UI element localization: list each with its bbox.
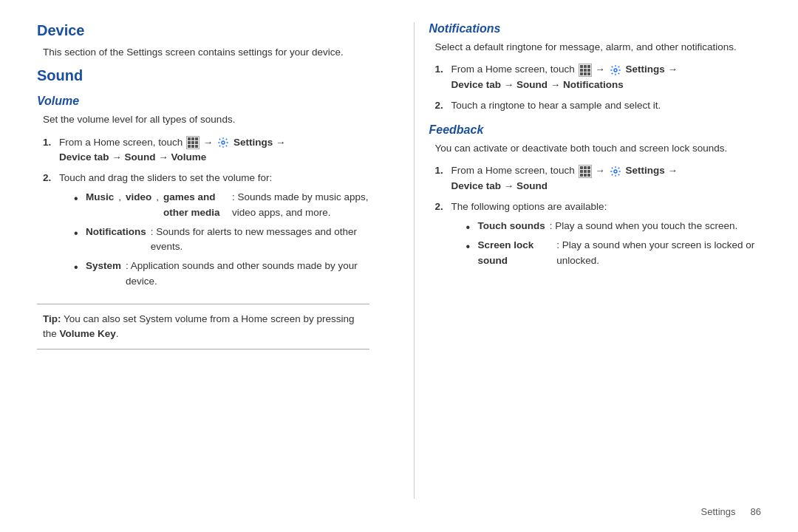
volume-desc: Set the volume level for all types of so… [37,112,369,127]
svg-point-1 [614,69,617,72]
volume-step1-post: Settings → [233,137,286,148]
two-columns: Device This section of the Settings scre… [37,22,761,499]
settings-icon-1 [216,136,230,149]
apps-icon-3 [579,165,592,178]
bullet-screen-lock: Screen lock sound: Play a sound when you… [466,238,762,268]
device-desc: This section of the Settings screen cont… [37,45,369,60]
volume-steps: 1. From a Home screen, touch → [37,135,369,293]
bullet-notifications: Notifications: Sounds for alerts to new … [74,225,369,255]
settings-icon-2 [609,64,622,77]
sound-title: Sound [37,67,369,84]
notifications-steps: 1. From a Home screen, touch → [429,62,762,113]
svg-point-0 [222,141,225,144]
volume-step1-bold: Device tab → Sound → Volume [59,151,206,163]
notifications-title: Notifications [429,22,762,35]
apps-icon [186,136,200,149]
arrow1: → [203,137,216,148]
feedback-step1-bold: Device tab → Sound [451,180,548,191]
bullet-system: System: Application sounds and other sou… [74,259,369,289]
bullet-touch-sounds: Touch sounds: Play a sound when you touc… [466,219,762,233]
feedback-desc: You can activate or deactivate both touc… [429,141,762,156]
notifications-desc: Select a default ringtone for message, a… [429,40,762,55]
feedback-step-1: 1. From a Home screen, touch → [435,163,762,194]
footer-page-number: 86 [751,506,761,517]
volume-step-2: 2. Touch and drag the sliders to set the… [43,171,369,293]
feedback-steps: 1. From a Home screen, touch → [429,163,762,273]
notif-step1-bold: Device tab → Sound → Notifications [451,79,624,90]
left-column: Device This section of the Settings scre… [37,22,384,499]
feedback-step-2: 2. The following options are available: … [435,200,762,273]
right-column: Notifications Select a default ringtone … [414,22,762,499]
apps-icon-2 [579,64,592,77]
feedback-step2-text: The following options are available: [451,201,607,212]
settings-icon-3 [609,165,622,178]
tip-box: Tip: You can also set System volume from… [37,304,369,350]
tip-end: . [116,328,119,339]
volume-step-1: 1. From a Home screen, touch → [43,135,369,166]
tip-bold2: Volume Key [60,328,116,339]
feedback-step1-pre: From a Home screen, touch [451,165,575,176]
bullet-music: Music, video, games and other media: Sou… [74,190,369,220]
notif-step-1: 1. From a Home screen, touch → [435,62,762,92]
footer-settings-label: Settings [701,506,736,517]
notif-step-2: 2. Touch a ringtone to hear a sample and… [435,98,762,113]
feedback-bullet-list: Touch sounds: Play a sound when you touc… [451,219,762,268]
notif-step1-pre: From a Home screen, touch [451,64,575,75]
volume-title: Volume [37,95,369,108]
footer: Settings 86 [37,499,761,517]
volume-bullet-list: Music, video, games and other media: Sou… [59,190,369,289]
svg-point-2 [614,170,617,173]
page-container: Device This section of the Settings scre… [0,0,798,532]
device-title: Device [37,22,369,39]
tip-bold: Tip: [43,313,61,324]
volume-step1-pre: From a Home screen, touch [59,137,183,148]
volume-step2-text: Touch and drag the sliders to set the vo… [59,172,272,183]
notif-step2-text: Touch a ringtone to hear a sample and se… [451,98,762,113]
feedback-title: Feedback [429,123,762,137]
